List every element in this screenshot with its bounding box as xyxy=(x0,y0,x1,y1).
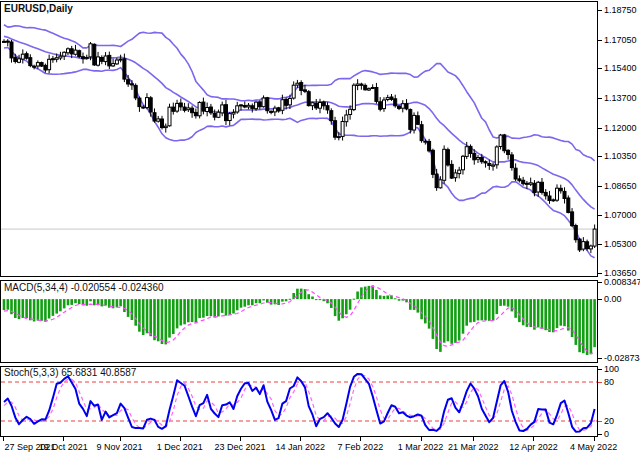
axis-tick xyxy=(598,128,602,129)
chart-window: EURUSD,Daily MACD(5,34,4) -0.020554 -0.0… xyxy=(0,0,640,457)
date-label: 21 Mar 2022 xyxy=(448,442,499,452)
time-axis-tick xyxy=(120,437,121,441)
axis-tick xyxy=(598,382,602,383)
date-label: 7 Feb 2022 xyxy=(338,442,384,452)
time-axis-tick xyxy=(360,437,361,441)
axis-tick xyxy=(598,10,602,11)
price-axis-label: 1.07000 xyxy=(604,210,637,221)
time-axis-tick xyxy=(3,437,4,441)
stoch-axis-label: 20 xyxy=(604,416,614,427)
date-label: 4 May 2022 xyxy=(570,442,617,452)
time-axis-tick xyxy=(533,437,534,441)
time-axis-tick xyxy=(300,437,301,441)
macd-axis-label: -0.028734 xyxy=(604,353,640,364)
stoch-axis-label: 100 xyxy=(604,364,619,375)
price-axis-label: 1.17050 xyxy=(604,35,637,46)
price-chart-panel[interactable] xyxy=(0,1,598,277)
time-axis-tick xyxy=(421,437,422,441)
axis-tick xyxy=(598,156,602,157)
date-label: 12 Apr 2022 xyxy=(509,442,558,452)
stoch-axis-label: 80 xyxy=(604,377,614,388)
price-axis-label: 1.18750 xyxy=(604,5,637,16)
axis-tick xyxy=(598,299,602,300)
axis-tick xyxy=(598,215,602,216)
axis-tick xyxy=(598,273,602,274)
price-axis-label: 1.08650 xyxy=(604,181,637,192)
axis-tick xyxy=(598,186,602,187)
axis-tick xyxy=(598,68,602,69)
axis-tick xyxy=(598,98,602,99)
date-label: 23 Dec 2021 xyxy=(214,442,265,452)
symbol-timeframe-label: EURUSD,Daily xyxy=(4,3,73,14)
date-label: 1 Dec 2021 xyxy=(157,442,203,452)
price-axis-label: 1.10350 xyxy=(604,151,637,162)
price-axis-label: 1.13700 xyxy=(604,93,637,104)
date-label: 9 Nov 2021 xyxy=(97,442,143,452)
macd-indicator-label: MACD(5,34,4) -0.020554 -0.024360 xyxy=(4,282,164,293)
axis-tick xyxy=(598,434,602,435)
time-axis[interactable]: 27 Sep 202119 Oct 20219 Nov 20211 Dec 20… xyxy=(0,437,640,457)
axis-tick xyxy=(598,40,602,41)
price-axis-label: 1.12000 xyxy=(604,123,637,134)
macd-axis-label: 0.008347 xyxy=(604,277,640,288)
date-label: 14 Jan 2022 xyxy=(275,442,325,452)
macd-axis-label: 0.00 xyxy=(604,294,622,305)
price-axis-label: 1.15400 xyxy=(604,63,637,74)
date-label: 1 Mar 2022 xyxy=(398,442,444,452)
time-axis-tick xyxy=(180,437,181,441)
time-axis-tick xyxy=(240,437,241,441)
axis-tick xyxy=(598,244,602,245)
time-axis-tick xyxy=(473,437,474,441)
date-label: 19 Oct 2021 xyxy=(39,442,88,452)
time-axis-tick xyxy=(594,437,595,441)
price-axis-label: 1.05300 xyxy=(604,239,637,250)
axis-tick xyxy=(598,358,602,359)
axis-tick xyxy=(598,421,602,422)
macd-histogram[interactable] xyxy=(1,281,597,362)
candlestick-chart[interactable] xyxy=(1,2,597,276)
price-axis[interactable]: 1.06171 1.187501.170501.154001.137001.12… xyxy=(598,0,640,457)
axis-tick xyxy=(598,369,602,370)
axis-tick xyxy=(598,282,602,283)
stoch-indicator-label: Stoch(5,3,3) 65.6831 40.8587 xyxy=(4,367,136,378)
time-axis-tick xyxy=(63,437,64,441)
